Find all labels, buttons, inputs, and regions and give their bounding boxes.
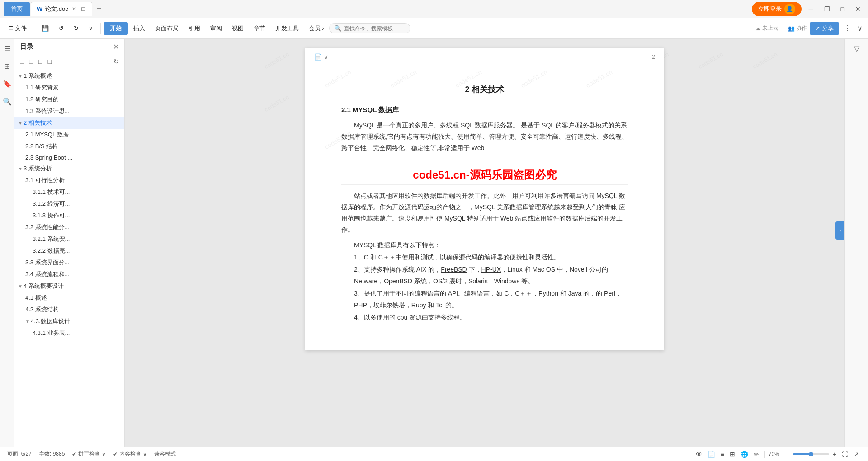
toc-collapse-all[interactable]: □ — [18, 57, 25, 66]
content-check-text: 内容检查 — [119, 450, 141, 458]
view-mode-list-button[interactable]: ≡ — [719, 451, 726, 458]
more-button[interactable]: ⋮ — [842, 22, 853, 34]
view-mode-doc-button[interactable]: 📄 — [706, 451, 717, 458]
insert-menu-button[interactable]: 插入 — [129, 23, 150, 34]
toc-label-s3-1-3: 3.1.3 操作可... — [33, 212, 70, 220]
toc-item-s3-2[interactable]: 3.2 系统性能分... — [14, 221, 124, 233]
toc-toggle-s3[interactable]: ▼ — [18, 166, 23, 171]
toc-label-s3-1: 3.1 可行性分析 — [25, 176, 65, 184]
toc-item-s3-2-2[interactable]: 3.2.2 数据完... — [14, 245, 124, 257]
bookmark-icon[interactable]: 🔖 — [1, 78, 14, 90]
toc-item-s3-3[interactable]: 3.3 系统界面分... — [14, 257, 124, 268]
share-button[interactable]: ↗ 分享 — [810, 22, 839, 35]
toc-item-s4-3[interactable]: ▼ 4.3.数据库设计 — [14, 315, 124, 327]
chapter-menu-button[interactable]: 章节 — [249, 23, 270, 34]
search-box[interactable]: 🔍 — [329, 23, 410, 33]
toc-close-button[interactable]: ✕ — [113, 42, 119, 51]
cloud-save-button[interactable]: ☁ 未上云 — [755, 24, 778, 32]
status-sep — [764, 451, 765, 458]
toc-item-s4-3-1[interactable]: 4.3.1 业务表... — [14, 327, 124, 339]
search-input[interactable] — [344, 25, 398, 32]
toc-icon[interactable]: ☰ — [2, 42, 12, 55]
file-menu-button[interactable]: ☰ 文件 — [4, 23, 31, 34]
undo-button[interactable]: ↺ — [54, 23, 68, 33]
title-bar-right: 立即登录 👤 ─ ❐ □ ✕ — [752, 2, 864, 16]
redo-button[interactable]: ↻ — [69, 23, 83, 33]
zoom-in-button[interactable]: + — [831, 451, 838, 458]
zoom-out-button[interactable]: — — [781, 451, 791, 458]
toc-item-s4-2[interactable]: 4.2 系统结构 — [14, 304, 124, 315]
login-button[interactable]: 立即登录 👤 — [752, 2, 802, 16]
toc-toggle-s4-3[interactable]: ▼ — [25, 319, 30, 324]
collab-button[interactable]: 👥 协作 — [788, 24, 807, 32]
word-count[interactable]: 字数: 9885 — [39, 450, 65, 458]
toc-expand-all[interactable]: □ — [27, 57, 34, 66]
toc-label-s2-2: 2.2 B/S 结构 — [25, 142, 58, 151]
add-tab-button[interactable]: + — [93, 4, 105, 14]
toc-item-s2-2[interactable]: 2.2 B/S 结构 — [14, 141, 124, 152]
toc-item-s1-1[interactable]: 1.1 研究背景 — [14, 82, 124, 94]
search-sidebar-icon[interactable]: 🔍 — [1, 95, 14, 108]
view-mode-eye-button[interactable]: 👁 — [694, 451, 704, 458]
minimize-button[interactable]: ─ — [805, 4, 817, 14]
start-button[interactable]: 开始 — [104, 22, 128, 35]
toc-item-s3-1-3[interactable]: 3.1.3 操作可... — [14, 210, 124, 221]
zoom-slider-fill — [793, 453, 811, 455]
doc-page: code51.cn code51.cn code51.cn code51.cn … — [305, 48, 664, 350]
home-tab[interactable]: 首页 — [4, 2, 30, 16]
toc-item-s2-3[interactable]: 2.3 Spring Boot ... — [14, 152, 124, 163]
page-info[interactable]: 页面: 6/27 — [7, 450, 32, 458]
view-mode-split-button[interactable]: ⊞ — [728, 451, 737, 458]
doc-tab[interactable]: W 论文.doc ✕ ⊡ — [31, 2, 92, 16]
toc-label-s1: 1 系统概述 — [24, 72, 52, 80]
view-menu-button[interactable]: 视图 — [227, 23, 248, 34]
file-icon: ☰ — [8, 25, 14, 32]
toc-item-s1-3[interactable]: 1.3 系统设计思... — [14, 105, 124, 117]
fullscreen-button[interactable]: ⛶ — [840, 451, 850, 458]
spell-check-icon: ✔ — [72, 451, 76, 457]
toc-add[interactable]: □ — [37, 57, 44, 66]
toolbar-right: ☁ 未上云 👥 协作 ↗ 分享 ⋮ ∨ — [755, 22, 864, 35]
toc-item-s4[interactable]: ▼ 4 系统概要设计 — [14, 280, 124, 292]
toc-toggle-s2[interactable]: ▼ — [18, 121, 23, 126]
toc-refresh-button[interactable]: ↻ — [112, 57, 121, 66]
toc-item-s2-1[interactable]: 2.1 MYSQL 数据... — [14, 129, 124, 141]
toc-item-s1-2[interactable]: 1.2 研究目的 — [14, 94, 124, 105]
toc-item-s3-4[interactable]: 3.4 系统流程和... — [14, 268, 124, 280]
layout-menu-button[interactable]: 页面布局 — [151, 23, 183, 34]
toc-item-s2[interactable]: ▼ 2 相关技术 — [14, 117, 124, 129]
zoom-slider[interactable] — [793, 453, 829, 455]
toc-item-s3[interactable]: ▼ 3 系统分析 — [14, 163, 124, 174]
toc-item-s4-1[interactable]: 4.1 概述 — [14, 292, 124, 304]
save-button[interactable]: 💾 — [37, 23, 53, 33]
toc-item-s3-1[interactable]: 3.1 可行性分析 — [14, 174, 124, 186]
review-menu-button[interactable]: 审阅 — [206, 23, 226, 34]
toc-toggle-s1[interactable]: ▼ — [18, 74, 23, 79]
toc-item-s3-1-2[interactable]: 3.1.2 经济可... — [14, 198, 124, 210]
expand-view-button[interactable]: ↗ — [852, 451, 861, 458]
toc-item-s1[interactable]: ▼ 1 系统概述 — [14, 70, 124, 82]
right-filter-icon[interactable]: ▽ — [852, 42, 861, 55]
toc-remove[interactable]: □ — [46, 57, 53, 66]
outline-icon[interactable]: ⊞ — [2, 60, 12, 72]
member-menu-button[interactable]: 会员 › — [304, 23, 328, 34]
view-mode-web-button[interactable]: 🌐 — [739, 451, 750, 458]
float-expand-button[interactable]: › — [835, 221, 844, 240]
close-button[interactable]: ✕ — [852, 4, 864, 14]
toc-item-s3-2-1[interactable]: 3.2.1 系统安... — [14, 233, 124, 245]
tab-pin-button[interactable]: ⊡ — [80, 6, 86, 12]
content-check[interactable]: ✔ 内容检查 ∨ — [113, 450, 147, 458]
tab-close-button[interactable]: ✕ — [71, 6, 77, 12]
doc-area[interactable]: code51.cn code51.cn code51.cn code51.cn … — [125, 39, 844, 447]
view-mode-edit-button[interactable]: ✏ — [752, 451, 761, 458]
toc-item-s3-1-1[interactable]: 3.1.1 技术可... — [14, 186, 124, 198]
toc-label-s4-3-1: 4.3.1 业务表... — [33, 329, 70, 337]
expand-button[interactable]: ∨ — [855, 22, 864, 34]
restore-button[interactable]: ❐ — [821, 4, 834, 14]
spell-check[interactable]: ✔ 拼写检查 ∨ — [72, 450, 106, 458]
dev-menu-button[interactable]: 开发工具 — [271, 23, 303, 34]
maximize-button[interactable]: □ — [837, 4, 848, 14]
references-menu-button[interactable]: 引用 — [184, 23, 205, 34]
toc-toggle-s4[interactable]: ▼ — [18, 284, 23, 289]
undo-dropdown[interactable]: ∨ — [84, 23, 98, 33]
